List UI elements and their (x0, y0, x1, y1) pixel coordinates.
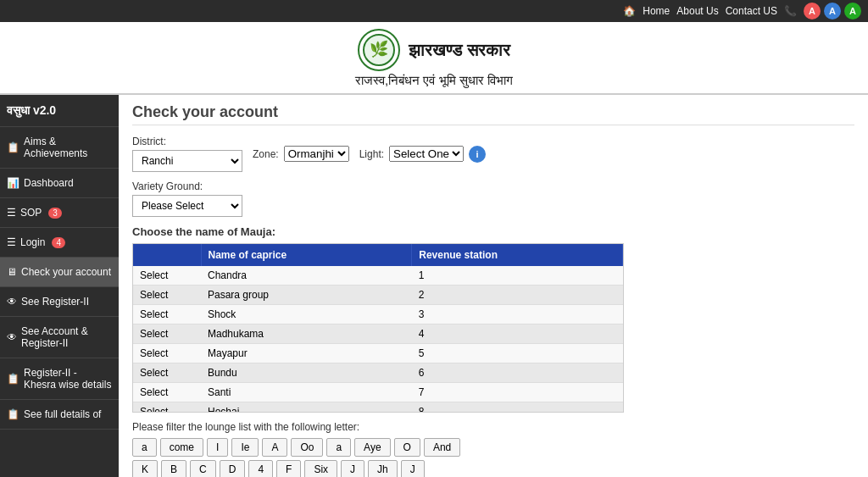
select-link[interactable]: Select (140, 386, 168, 398)
district-label: District: (132, 136, 242, 147)
revenue-station: 5 (412, 344, 623, 363)
select-link[interactable]: Select (140, 269, 168, 281)
select-link[interactable]: Select (140, 347, 168, 359)
mauja-section-label: Choose the name of Mauja: (132, 225, 854, 238)
table-header-row: Name of caprice Revenue station (133, 244, 623, 266)
zone-select[interactable]: Ormanjhi (284, 146, 349, 162)
info-button[interactable]: i (469, 146, 486, 163)
sidebar-item-full-details[interactable]: 📋 See full details of (0, 400, 119, 430)
filter-button[interactable]: a (132, 438, 157, 457)
variety-ground-select[interactable]: Please Select (132, 195, 242, 217)
acc-btn-green[interactable]: A (844, 3, 861, 19)
col-header-action (133, 244, 201, 266)
table-row: Select Hochai 8 (133, 402, 623, 413)
filter-button[interactable]: Aye (354, 438, 390, 457)
filter-button[interactable]: 4 (248, 460, 273, 477)
dashboard-icon: 📊 (7, 177, 19, 189)
table-row: Select Mayapur 5 (133, 344, 623, 363)
filter-button[interactable]: Jh (368, 460, 398, 477)
col-header-name: Name of caprice (201, 244, 412, 266)
variety-ground-label: Variety Ground: (132, 180, 242, 192)
layout: वसुधा v2.0 📋 Aims & Achievements 📊 Dashb… (0, 95, 868, 477)
sidebar-item-see-register-ii[interactable]: 👁 See Register-II (0, 287, 119, 317)
col-header-station: Revenue station (412, 244, 623, 266)
light-select[interactable]: Select One (389, 146, 464, 162)
filter-button[interactable]: I (207, 438, 228, 457)
revenue-station: 7 (412, 383, 623, 402)
filter-button[interactable]: Oo (291, 438, 323, 457)
filter-button[interactable]: Ie (231, 438, 259, 457)
header-title: झारखण्ड सरकार (409, 41, 510, 60)
filter-button[interactable]: A (262, 438, 287, 457)
district-select[interactable]: Ranchi (132, 150, 242, 172)
zone-label: Zone: (253, 148, 279, 160)
caprice-name: Mayapur (201, 344, 412, 363)
zone-group: Zone: Ormanjhi (253, 146, 349, 162)
sidebar-item-aims[interactable]: 📋 Aims & Achievements (0, 127, 119, 169)
variety-ground-group: Variety Ground: Please Select (132, 180, 242, 217)
filter-button[interactable]: B (161, 460, 186, 477)
sidebar-item-see-account[interactable]: 👁 See Account & Register-II (0, 317, 119, 358)
select-link[interactable]: Select (140, 367, 168, 379)
svg-text:🌿: 🌿 (370, 40, 389, 58)
table-row: Select Santi 7 (133, 383, 623, 402)
caprice-name: Madhukama (201, 324, 412, 344)
filter-button[interactable]: And (424, 438, 460, 457)
filter-button[interactable]: come (160, 438, 203, 457)
filter-button[interactable]: a (326, 438, 351, 457)
caprice-name: Hochai (201, 402, 412, 413)
top-nav: 🏠 Home About Us Contact US 📞 A A A (0, 0, 868, 22)
acc-btn-red[interactable]: A (804, 3, 821, 19)
sop-icon: ☰ (7, 207, 16, 219)
caprice-name: Bundu (201, 363, 412, 383)
select-link[interactable]: Select (140, 406, 168, 413)
table-row: Select Shock 3 (133, 305, 623, 324)
filter-button[interactable]: F (276, 460, 301, 477)
login-icon: ☰ (7, 236, 16, 248)
nav-about[interactable]: About Us (676, 5, 718, 17)
full-details-icon: 📋 (7, 408, 19, 420)
filter-row-2: KBCD4FSixJJhJ (132, 460, 854, 477)
filter-button[interactable]: O (394, 438, 420, 457)
sidebar-item-sop[interactable]: ☰ SOP 3 (0, 198, 119, 228)
see-register-icon: 👁 (7, 296, 17, 308)
table-row: Select Pasara group 2 (133, 286, 623, 305)
select-link[interactable]: Select (140, 328, 168, 340)
filter-button[interactable]: Six (304, 460, 337, 477)
sidebar-item-dashboard[interactable]: 📊 Dashboard (0, 169, 119, 198)
register-khesra-icon: 📋 (7, 373, 19, 385)
header-subtitle: राजस्व,निबंधन एवं भूमि सुधार विभाग (355, 73, 513, 88)
filter-row-1: acomeIIeAOoaAyeOAnd (132, 438, 854, 457)
sop-badge: 3 (48, 208, 62, 219)
filter-button[interactable]: D (220, 460, 246, 477)
table-row: Select Madhukama 4 (133, 324, 623, 344)
nav-contact[interactable]: Contact US (726, 5, 777, 17)
logo: 🌿 (358, 29, 400, 71)
main-content: Check your account District: Ranchi Zone… (119, 95, 868, 477)
sidebar-item-check-account[interactable]: 🖥 Check your account (0, 258, 119, 287)
sidebar: वसुधा v2.0 📋 Aims & Achievements 📊 Dashb… (0, 95, 119, 477)
district-group: District: Ranchi (132, 136, 242, 172)
table-row: Select Chandra 1 (133, 266, 623, 286)
nav-home[interactable]: Home (643, 5, 670, 17)
sidebar-item-login[interactable]: ☰ Login 4 (0, 228, 119, 258)
revenue-station: 2 (412, 286, 623, 305)
light-group: Light: Select One i (359, 146, 486, 163)
acc-btn-blue[interactable]: A (824, 3, 841, 19)
form-row-2: Variety Ground: Please Select (132, 180, 854, 217)
aims-icon: 📋 (7, 141, 19, 153)
revenue-station: 6 (412, 363, 623, 383)
caprice-name: Pasara group (201, 286, 412, 305)
select-link[interactable]: Select (140, 289, 168, 301)
filter-button[interactable]: K (132, 460, 158, 477)
filter-button[interactable]: J (401, 460, 425, 477)
filter-button[interactable]: J (341, 460, 364, 477)
nav-home-icon: 🏠 (623, 5, 636, 17)
header: 🌿 झारखण्ड सरकार राजस्व,निबंधन एवं भूमि स… (0, 22, 868, 95)
sidebar-item-register-khesra[interactable]: 📋 Register-II - Khesra wise details (0, 358, 119, 400)
select-link[interactable]: Select (140, 308, 168, 320)
phone-icon: 📞 (784, 5, 797, 17)
revenue-station: 8 (412, 402, 623, 413)
filter-button[interactable]: C (190, 460, 216, 477)
accessibility-controls: A A A (804, 3, 861, 19)
